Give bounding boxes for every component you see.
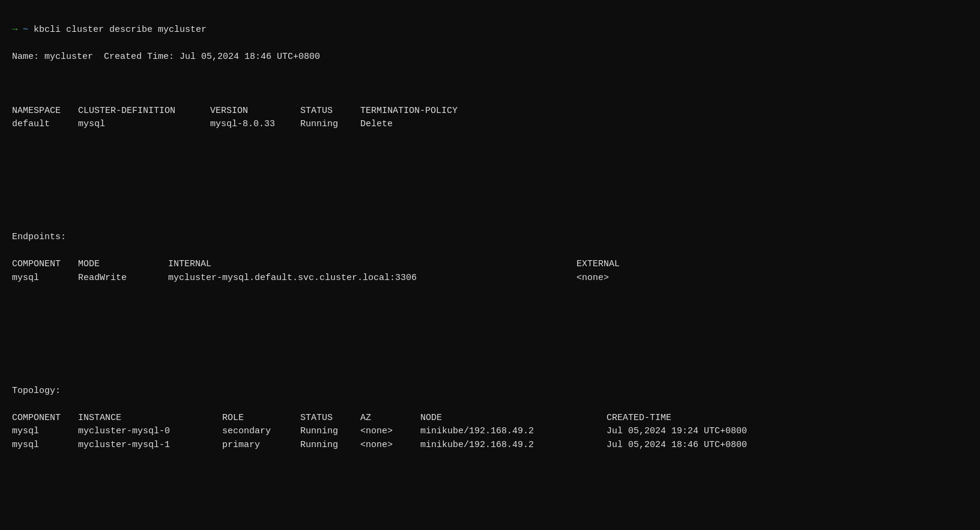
ep-col-mode-header: MODE — [78, 258, 168, 272]
ep-internal: mycluster-mysql.default.svc.cluster.loca… — [168, 272, 576, 285]
terminal: → ~ kbcli cluster describe mycluster Nam… — [12, 10, 968, 530]
topo-col-created-header: CREATED-TIME — [606, 412, 759, 425]
topo-col-role-header: ROLE — [222, 412, 300, 425]
col-status-header: STATUS — [300, 105, 360, 118]
topo-1-az: <none> — [360, 439, 420, 452]
topology-row-0: mysql mycluster-mysql-0 secondary Runnin… — [12, 425, 759, 439]
ep-col-internal-header: INTERNAL — [168, 258, 576, 272]
cluster-status: Running — [300, 118, 360, 132]
col-termination-header: TERMINATION-POLICY — [360, 105, 470, 118]
ep-col-component-header: COMPONENT — [12, 258, 78, 272]
topo-col-node-header: NODE — [420, 412, 606, 425]
topology-row-1: mysql mycluster-mysql-1 primary Running … — [12, 439, 759, 452]
cluster-table: NAMESPACE CLUSTER-DEFINITION VERSION STA… — [12, 105, 470, 132]
cluster-row: default mysql mysql-8.0.33 Running Delet… — [12, 118, 470, 132]
prompt-tilde: ~ — [17, 25, 34, 35]
topo-1-instance: mycluster-mysql-1 — [78, 439, 222, 452]
prompt-command: kbcli cluster describe mycluster — [34, 25, 207, 35]
endpoints-headers: COMPONENT MODE INTERNAL EXTERNAL — [12, 258, 632, 272]
topo-col-component-header: COMPONENT — [12, 412, 78, 425]
topo-1-component: mysql — [12, 439, 78, 452]
col-version-header: VERSION — [210, 105, 300, 118]
topology-headers: COMPONENT INSTANCE ROLE STATUS AZ NODE C… — [12, 412, 759, 425]
topology-table: COMPONENT INSTANCE ROLE STATUS AZ NODE C… — [12, 412, 759, 452]
ep-col-external-header: EXTERNAL — [576, 258, 632, 272]
topo-0-status: Running — [300, 425, 360, 439]
name-line: Name: mycluster Created Time: Jul 05,202… — [12, 50, 968, 64]
topo-1-role: primary — [222, 439, 300, 452]
topo-0-az: <none> — [360, 425, 420, 439]
cluster-headers: NAMESPACE CLUSTER-DEFINITION VERSION STA… — [12, 105, 470, 118]
topo-1-status: Running — [300, 439, 360, 452]
topo-1-created: Jul 05,2024 18:46 UTC+0800 — [606, 439, 759, 452]
topo-col-instance-header: INSTANCE — [78, 412, 222, 425]
topo-col-az-header: AZ — [360, 412, 420, 425]
cluster-block: NAMESPACE CLUSTER-DEFINITION VERSION STA… — [12, 91, 968, 145]
ep-external: <none> — [576, 272, 632, 285]
prompt-line: → ~ kbcli cluster describe mycluster — [12, 23, 968, 37]
cluster-definition: mysql — [78, 118, 210, 132]
topo-0-component: mysql — [12, 425, 78, 439]
cluster-version: mysql-8.0.33 — [210, 118, 300, 132]
topo-col-status-header: STATUS — [300, 412, 360, 425]
endpoints-label: Endpoints: — [12, 231, 968, 245]
topo-0-instance: mycluster-mysql-0 — [78, 425, 222, 439]
ep-mode: ReadWrite — [78, 272, 168, 285]
empty-line-2 — [12, 330, 968, 344]
topology-label: Topology: — [12, 385, 968, 398]
col-definition-header: CLUSTER-DEFINITION — [78, 105, 210, 118]
topo-1-node: minikube/192.168.49.2 — [420, 439, 606, 452]
endpoints-table: COMPONENT MODE INTERNAL EXTERNAL mysql R… — [12, 258, 632, 285]
topology-block: Topology: COMPONENT INSTANCE ROLE STATUS… — [12, 371, 968, 466]
green-arrow: → — [12, 25, 17, 35]
col-namespace-header: NAMESPACE — [12, 105, 78, 118]
empty-line-3 — [12, 498, 968, 511]
cluster-namespace: default — [12, 118, 78, 132]
empty-line-1 — [12, 177, 968, 190]
topo-0-node: minikube/192.168.49.2 — [420, 425, 606, 439]
endpoints-row: mysql ReadWrite mycluster-mysql.default.… — [12, 272, 632, 285]
endpoints-block: Endpoints: COMPONENT MODE INTERNAL EXTER… — [12, 218, 968, 299]
topo-0-created: Jul 05,2024 19:24 UTC+0800 — [606, 425, 759, 439]
topo-0-role: secondary — [222, 425, 300, 439]
ep-component: mysql — [12, 272, 78, 285]
cluster-termination: Delete — [360, 118, 470, 132]
